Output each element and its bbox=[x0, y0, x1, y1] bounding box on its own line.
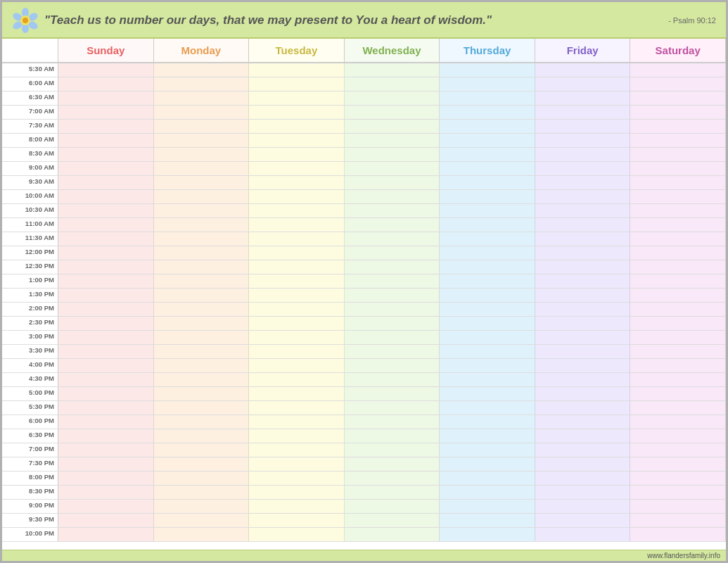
cell-sunday-5[interactable] bbox=[58, 134, 154, 147]
cell-wednesday-29[interactable] bbox=[345, 472, 440, 485]
cell-sunday-0[interactable] bbox=[58, 63, 154, 77]
cell-thursday-31[interactable] bbox=[440, 500, 535, 513]
cell-monday-9[interactable] bbox=[154, 190, 250, 203]
cell-tuesday-18[interactable] bbox=[249, 317, 345, 330]
cell-friday-15[interactable] bbox=[535, 274, 631, 288]
cell-tuesday-20[interactable] bbox=[249, 345, 345, 358]
cell-friday-9[interactable] bbox=[535, 190, 631, 203]
cell-saturday-3[interactable] bbox=[630, 106, 726, 119]
cell-monday-23[interactable] bbox=[154, 387, 250, 400]
cell-thursday-18[interactable] bbox=[440, 317, 535, 330]
cell-thursday-8[interactable] bbox=[440, 176, 535, 189]
cell-saturday-1[interactable] bbox=[630, 77, 726, 91]
cell-friday-28[interactable] bbox=[535, 457, 631, 471]
cell-sunday-30[interactable] bbox=[58, 486, 154, 499]
cell-sunday-20[interactable] bbox=[58, 345, 154, 358]
cell-friday-22[interactable] bbox=[535, 373, 631, 386]
cell-tuesday-25[interactable] bbox=[249, 415, 345, 429]
cell-saturday-2[interactable] bbox=[630, 91, 726, 105]
cell-saturday-11[interactable] bbox=[630, 218, 726, 232]
cell-saturday-6[interactable] bbox=[630, 148, 726, 161]
cell-sunday-1[interactable] bbox=[58, 77, 154, 91]
cell-sunday-2[interactable] bbox=[58, 91, 154, 105]
cell-monday-1[interactable] bbox=[154, 77, 250, 91]
cell-thursday-5[interactable] bbox=[440, 134, 535, 147]
cell-monday-18[interactable] bbox=[154, 317, 250, 330]
cell-tuesday-6[interactable] bbox=[249, 148, 345, 161]
cell-wednesday-3[interactable] bbox=[345, 106, 440, 119]
cell-saturday-17[interactable] bbox=[630, 303, 726, 316]
cell-saturday-8[interactable] bbox=[630, 176, 726, 189]
cell-sunday-29[interactable] bbox=[58, 472, 154, 485]
cell-tuesday-13[interactable] bbox=[249, 246, 345, 260]
cell-wednesday-28[interactable] bbox=[345, 457, 440, 471]
cell-monday-15[interactable] bbox=[154, 274, 250, 288]
cell-saturday-23[interactable] bbox=[630, 387, 726, 400]
cell-saturday-33[interactable] bbox=[630, 528, 726, 541]
cell-wednesday-7[interactable] bbox=[345, 162, 440, 175]
cell-tuesday-10[interactable] bbox=[249, 204, 345, 217]
cell-wednesday-26[interactable] bbox=[345, 429, 440, 443]
cell-wednesday-23[interactable] bbox=[345, 387, 440, 400]
cell-tuesday-14[interactable] bbox=[249, 260, 345, 274]
cell-sunday-31[interactable] bbox=[58, 500, 154, 513]
cell-thursday-3[interactable] bbox=[440, 106, 535, 119]
cell-thursday-28[interactable] bbox=[440, 457, 535, 471]
cell-wednesday-2[interactable] bbox=[345, 91, 440, 105]
cell-wednesday-9[interactable] bbox=[345, 190, 440, 203]
cell-wednesday-8[interactable] bbox=[345, 176, 440, 189]
cell-thursday-21[interactable] bbox=[440, 359, 535, 372]
cell-saturday-10[interactable] bbox=[630, 204, 726, 217]
cell-saturday-4[interactable] bbox=[630, 120, 726, 133]
cell-saturday-12[interactable] bbox=[630, 232, 726, 246]
cell-wednesday-33[interactable] bbox=[345, 528, 440, 541]
cell-thursday-10[interactable] bbox=[440, 204, 535, 217]
cell-monday-12[interactable] bbox=[154, 232, 250, 246]
cell-saturday-9[interactable] bbox=[630, 190, 726, 203]
cell-friday-0[interactable] bbox=[535, 63, 631, 77]
cell-wednesday-12[interactable] bbox=[345, 232, 440, 246]
cell-friday-14[interactable] bbox=[535, 260, 631, 274]
cell-monday-7[interactable] bbox=[154, 162, 250, 175]
cell-wednesday-17[interactable] bbox=[345, 303, 440, 316]
cell-tuesday-9[interactable] bbox=[249, 190, 345, 203]
cell-sunday-8[interactable] bbox=[58, 176, 154, 189]
cell-thursday-6[interactable] bbox=[440, 148, 535, 161]
cell-monday-14[interactable] bbox=[154, 260, 250, 274]
cell-thursday-33[interactable] bbox=[440, 528, 535, 541]
cell-friday-29[interactable] bbox=[535, 472, 631, 485]
cell-wednesday-13[interactable] bbox=[345, 246, 440, 260]
cell-sunday-11[interactable] bbox=[58, 218, 154, 232]
cell-tuesday-23[interactable] bbox=[249, 387, 345, 400]
cell-sunday-25[interactable] bbox=[58, 415, 154, 429]
cell-monday-21[interactable] bbox=[154, 359, 250, 372]
cell-wednesday-5[interactable] bbox=[345, 134, 440, 147]
cell-friday-2[interactable] bbox=[535, 91, 631, 105]
cell-monday-11[interactable] bbox=[154, 218, 250, 232]
cell-monday-4[interactable] bbox=[154, 120, 250, 133]
cell-tuesday-4[interactable] bbox=[249, 120, 345, 133]
cell-thursday-25[interactable] bbox=[440, 415, 535, 429]
cell-thursday-7[interactable] bbox=[440, 162, 535, 175]
cell-sunday-32[interactable] bbox=[58, 514, 154, 527]
cell-sunday-9[interactable] bbox=[58, 190, 154, 203]
cell-sunday-17[interactable] bbox=[58, 303, 154, 316]
cell-friday-7[interactable] bbox=[535, 162, 631, 175]
cell-thursday-15[interactable] bbox=[440, 274, 535, 288]
cell-thursday-23[interactable] bbox=[440, 387, 535, 400]
cell-tuesday-24[interactable] bbox=[249, 401, 345, 415]
cell-saturday-25[interactable] bbox=[630, 415, 726, 429]
cell-friday-4[interactable] bbox=[535, 120, 631, 133]
cell-monday-25[interactable] bbox=[154, 415, 250, 429]
cell-sunday-13[interactable] bbox=[58, 246, 154, 260]
cell-thursday-2[interactable] bbox=[440, 91, 535, 105]
cell-friday-1[interactable] bbox=[535, 77, 631, 91]
cell-thursday-11[interactable] bbox=[440, 218, 535, 232]
cell-wednesday-31[interactable] bbox=[345, 500, 440, 513]
cell-saturday-27[interactable] bbox=[630, 443, 726, 457]
cell-friday-8[interactable] bbox=[535, 176, 631, 189]
cell-thursday-26[interactable] bbox=[440, 429, 535, 443]
cell-thursday-16[interactable] bbox=[440, 289, 535, 302]
cell-tuesday-1[interactable] bbox=[249, 77, 345, 91]
cell-saturday-0[interactable] bbox=[630, 63, 726, 77]
